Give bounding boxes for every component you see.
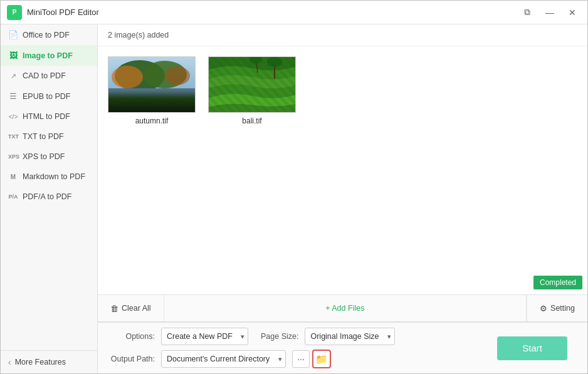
dots-icon: ··· xyxy=(297,354,305,364)
dots-button[interactable]: ··· xyxy=(292,350,310,368)
app-window: P MiniTool PDF Editor ⧉ — ✕ 📄 Office to … xyxy=(0,0,588,374)
sidebar-item-html-to-pdf[interactable]: </> HTML to PDF xyxy=(1,106,97,127)
bali-filename: bali.tif xyxy=(242,117,261,125)
cad-icon: ↗ xyxy=(8,72,18,80)
svg-rect-7 xyxy=(209,57,296,113)
content-area: 2 image(s) added xyxy=(98,24,587,373)
sidebar-label-office: Office to PDF xyxy=(23,31,70,39)
output-path-label: Output Path: xyxy=(108,355,155,363)
page-size-wrapper: Original Image Size xyxy=(305,328,395,345)
sidebar-label-txt: TXT to PDF xyxy=(23,132,64,141)
svg-rect-5 xyxy=(108,88,196,113)
sidebar-label-image: Image to PDF xyxy=(23,51,73,60)
svg-line-10 xyxy=(256,58,258,73)
markdown-icon: M xyxy=(8,174,18,180)
open-directory-button[interactable]: 📁 xyxy=(312,350,331,368)
sidebar-label-pdfa: PDF/A to PDF xyxy=(23,192,72,201)
svg-point-3 xyxy=(112,66,143,88)
svg-point-11 xyxy=(249,57,262,64)
office-icon: 📄 xyxy=(8,30,18,39)
app-logo: P xyxy=(7,5,22,20)
page-size-select[interactable]: Original Image Size xyxy=(305,328,395,345)
more-features-label: More Features xyxy=(15,358,66,366)
sidebar-item-epub-to-pdf[interactable]: ☰ EPUB to PDF xyxy=(1,86,97,106)
app-title: MiniTool PDF Editor xyxy=(27,8,518,17)
sidebar-item-markdown-to-pdf[interactable]: M Markdown to PDF xyxy=(1,167,97,187)
restore-button[interactable]: ⧉ xyxy=(518,6,536,19)
sidebar-label-markdown: Markdown to PDF xyxy=(23,172,85,181)
sidebar-label-xps: XPS to PDF xyxy=(23,152,65,161)
output-path-select[interactable]: Document's Current Directory xyxy=(161,350,286,368)
images-added-count: 2 image(s) added xyxy=(108,31,169,39)
list-item: autumn.tif xyxy=(108,56,196,125)
completed-badge: Completed xyxy=(533,276,582,289)
close-button[interactable]: ✕ xyxy=(564,6,581,19)
create-new-pdf-wrapper: Create a New PDF xyxy=(161,328,248,345)
pdfa-icon: P/A xyxy=(8,194,18,200)
clear-all-button[interactable]: 🗑 Clear All xyxy=(98,295,164,321)
minimize-button[interactable]: — xyxy=(541,6,559,19)
sidebar-item-xps-to-pdf[interactable]: XPS XPS to PDF xyxy=(1,147,97,167)
options-panel: Options: Create a New PDF Page Size: Ori… xyxy=(108,328,497,368)
setting-button[interactable]: ⚙ Setting xyxy=(527,295,587,321)
options-label: Options: xyxy=(108,332,155,341)
path-controls: ··· 📁 Open directory xyxy=(292,350,331,368)
bali-image xyxy=(209,57,296,113)
options-select[interactable]: Create a New PDF xyxy=(161,328,248,345)
sidebar-label-html: HTML to PDF xyxy=(23,112,70,121)
txt-icon: TXT xyxy=(8,133,18,140)
file-list: autumn.tif xyxy=(98,46,587,294)
bali-thumbnail xyxy=(208,56,296,113)
html-icon: </> xyxy=(8,113,18,120)
clear-icon: 🗑 xyxy=(110,304,118,313)
sidebar-item-office-to-pdf[interactable]: 📄 Office to PDF xyxy=(1,24,97,45)
sidebar-label-cad: CAD to PDF xyxy=(23,71,66,80)
sidebar-label-epub: EPUB to PDF xyxy=(23,92,70,101)
folder-button-wrapper: 📁 Open directory xyxy=(312,350,331,368)
svg-rect-6 xyxy=(108,88,196,91)
toolbar: 🗑 Clear All + Add Files ⚙ Setting xyxy=(98,294,587,322)
add-files-button[interactable]: + Add Files xyxy=(164,295,527,321)
sidebar-item-image-to-pdf[interactable]: 🖼 Image to PDF xyxy=(1,45,97,66)
svg-point-9 xyxy=(267,57,282,67)
output-path-wrapper: Document's Current Directory xyxy=(161,350,286,368)
titlebar: P MiniTool PDF Editor ⧉ — ✕ xyxy=(1,1,587,24)
main-layout: 📄 Office to PDF 🖼 Image to PDF ↗ CAD to … xyxy=(1,24,587,373)
list-item: bali.tif xyxy=(208,56,296,125)
start-label: Start xyxy=(522,343,542,353)
image-icon: 🖼 xyxy=(8,51,18,60)
options-row-2: Output Path: Document's Current Director… xyxy=(108,350,497,368)
setting-icon: ⚙ xyxy=(540,304,547,313)
sidebar-bottom: ‹ More Features xyxy=(1,350,97,373)
epub-icon: ☰ xyxy=(8,91,18,101)
logo-text: P xyxy=(13,9,17,16)
sidebar: 📄 Office to PDF 🖼 Image to PDF ↗ CAD to … xyxy=(1,24,98,373)
autumn-image xyxy=(108,57,196,113)
window-controls: ⧉ — ✕ xyxy=(518,6,581,19)
sidebar-item-cad-to-pdf[interactable]: ↗ CAD to PDF xyxy=(1,66,97,86)
start-button[interactable]: Start xyxy=(497,336,567,360)
more-features-button[interactable]: ‹ More Features xyxy=(1,351,97,373)
setting-label: Setting xyxy=(550,304,575,313)
chevron-left-icon: ‹ xyxy=(8,357,11,367)
sidebar-item-pdfa-to-pdf[interactable]: P/A PDF/A to PDF xyxy=(1,187,97,207)
xps-icon: XPS xyxy=(8,153,18,160)
bottom-section: Options: Create a New PDF Page Size: Ori… xyxy=(98,322,587,373)
clear-all-label: Clear All xyxy=(122,304,151,313)
autumn-thumbnail xyxy=(108,56,196,113)
add-files-label: + Add Files xyxy=(325,304,364,313)
sidebar-item-txt-to-pdf[interactable]: TXT TXT to PDF xyxy=(1,127,97,147)
start-button-area: Start xyxy=(497,336,577,360)
svg-point-4 xyxy=(165,66,190,85)
page-size-label: Page Size: xyxy=(255,332,298,341)
file-list-header: 2 image(s) added xyxy=(98,24,587,46)
folder-icon: 📁 xyxy=(315,353,328,365)
options-row-1: Options: Create a New PDF Page Size: Ori… xyxy=(108,328,497,345)
autumn-filename: autumn.tif xyxy=(135,117,169,125)
